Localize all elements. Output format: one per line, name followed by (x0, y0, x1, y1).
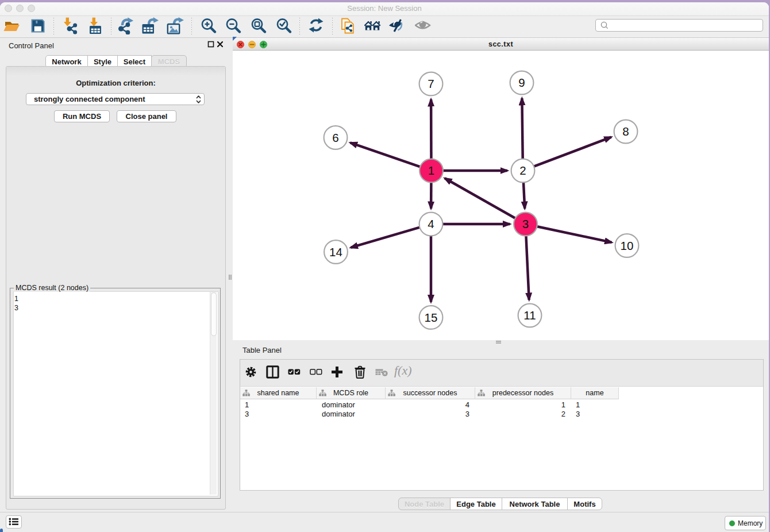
svg-text:2: 2 (519, 164, 526, 177)
svg-text:3: 3 (522, 217, 529, 230)
svg-text:1: 1 (428, 164, 434, 177)
svg-text:7: 7 (428, 77, 434, 90)
svg-text:10: 10 (621, 239, 634, 252)
svg-text:14: 14 (329, 245, 342, 259)
svg-text:4: 4 (428, 217, 434, 230)
svg-text:11: 11 (523, 309, 536, 322)
svg-text:15: 15 (425, 311, 438, 324)
svg-text:8: 8 (622, 125, 629, 138)
svg-text:9: 9 (518, 76, 525, 89)
svg-text:6: 6 (332, 131, 338, 144)
